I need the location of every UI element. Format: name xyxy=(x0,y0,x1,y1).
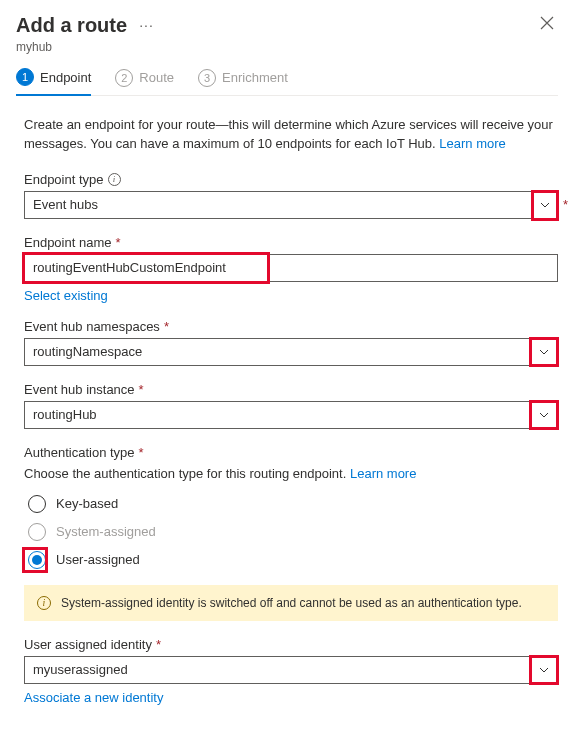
page-title: Add a route xyxy=(16,14,127,37)
endpoint-name-input[interactable] xyxy=(24,254,558,282)
tab-label: Enrichment xyxy=(222,70,288,85)
associate-identity-link[interactable]: Associate a new identity xyxy=(24,690,163,705)
info-banner: i System-assigned identity is switched o… xyxy=(24,585,558,621)
auth-learn-more-link[interactable]: Learn more xyxy=(350,466,416,481)
radio-label: User-assigned xyxy=(56,552,140,567)
required-indicator: * xyxy=(164,319,169,334)
auth-description: Choose the authentication type for this … xyxy=(24,466,558,481)
namespaces-select[interactable] xyxy=(24,338,558,366)
intro-text: Create an endpoint for your route—this w… xyxy=(24,116,558,154)
identity-select[interactable] xyxy=(24,656,558,684)
endpoint-name-label: Endpoint name xyxy=(24,235,111,250)
instance-label: Event hub instance xyxy=(24,382,135,397)
more-actions-button[interactable]: ··· xyxy=(139,17,154,33)
required-indicator: * xyxy=(139,382,144,397)
tab-label: Endpoint xyxy=(40,70,91,85)
close-button[interactable] xyxy=(536,12,558,38)
wizard-tabs: 1 Endpoint 2 Route 3 Enrichment xyxy=(16,68,558,96)
info-icon[interactable]: i xyxy=(108,173,121,186)
identity-label: User assigned identity xyxy=(24,637,152,652)
radio-user-assigned[interactable]: User-assigned xyxy=(28,551,558,569)
tab-number: 2 xyxy=(115,69,133,87)
endpoint-type-select[interactable] xyxy=(24,191,558,219)
tab-label: Route xyxy=(139,70,174,85)
radio-icon xyxy=(28,523,46,541)
radio-key-based[interactable]: Key-based xyxy=(28,495,558,513)
instance-select[interactable] xyxy=(24,401,558,429)
learn-more-link[interactable]: Learn more xyxy=(439,136,505,151)
tab-number: 1 xyxy=(16,68,34,86)
banner-text: System-assigned identity is switched off… xyxy=(61,596,522,610)
radio-icon xyxy=(28,551,46,569)
tab-enrichment[interactable]: 3 Enrichment xyxy=(198,68,288,95)
required-indicator: * xyxy=(156,637,161,652)
radio-system-assigned: System-assigned xyxy=(28,523,558,541)
required-indicator: * xyxy=(139,445,144,460)
namespaces-label: Event hub namespaces xyxy=(24,319,160,334)
required-indicator: * xyxy=(115,235,120,250)
tab-number: 3 xyxy=(198,69,216,87)
required-indicator: * xyxy=(563,197,568,212)
select-existing-link[interactable]: Select existing xyxy=(24,288,108,303)
hub-name: myhub xyxy=(16,40,558,54)
auth-type-label: Authentication type xyxy=(24,445,135,460)
radio-label: Key-based xyxy=(56,496,118,511)
radio-label: System-assigned xyxy=(56,524,156,539)
tab-route[interactable]: 2 Route xyxy=(115,68,174,95)
info-icon: i xyxy=(37,596,51,610)
endpoint-type-label: Endpoint type xyxy=(24,172,104,187)
radio-icon xyxy=(28,495,46,513)
close-icon xyxy=(540,16,554,30)
tab-endpoint[interactable]: 1 Endpoint xyxy=(16,68,91,96)
